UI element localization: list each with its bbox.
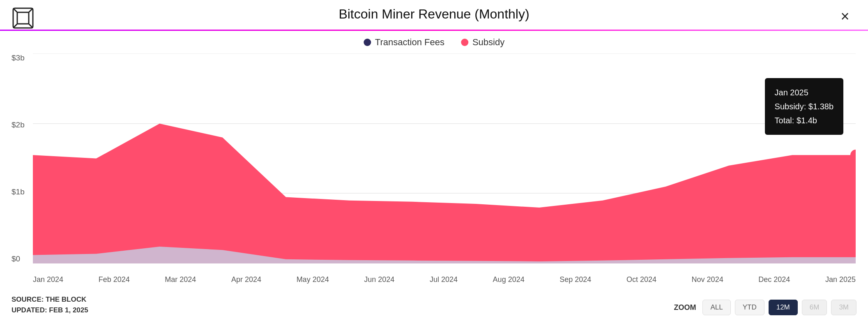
x-label-jul2024: Jul 2024 [430, 275, 458, 284]
zoom-ytd-button[interactable]: YTD [735, 300, 764, 315]
source-line1: SOURCE: THE BLOCK [12, 294, 88, 305]
chart-svg-wrapper: Jan 2025 Subsidy: $1.38b Total: $1.4b [33, 53, 856, 263]
legend-item-fees: Transaction Fees [364, 37, 444, 48]
y-label-1b: $1b [12, 187, 25, 196]
zoom-all-button[interactable]: ALL [702, 300, 730, 315]
x-label-may2024: May 2024 [297, 275, 329, 284]
x-label-dec2024: Dec 2024 [758, 275, 790, 284]
svg-rect-1 [17, 12, 29, 24]
zoom-6m-button: 6M [802, 300, 827, 315]
x-label-mar2024: Mar 2024 [165, 275, 196, 284]
legend-dot-fees [364, 39, 371, 46]
chart-title: Bitcoin Miner Revenue (Monthly) [338, 7, 529, 22]
logo [12, 7, 35, 30]
x-label-jan2024: Jan 2024 [33, 275, 63, 284]
x-label-aug2024: Aug 2024 [493, 275, 525, 284]
y-label-3b: $3b [12, 53, 25, 62]
x-label-feb2024: Feb 2024 [99, 275, 130, 284]
zoom-3m-button: 3M [831, 300, 856, 315]
y-label-2b: $2b [12, 120, 25, 129]
x-label-apr2024: Apr 2024 [231, 275, 261, 284]
source-info: SOURCE: THE BLOCK UPDATED: FEB 1, 2025 [12, 294, 88, 315]
zoom-12m-button[interactable]: 12M [769, 300, 798, 315]
legend-dot-subsidy [461, 39, 468, 46]
source-line2: UPDATED: FEB 1, 2025 [12, 305, 88, 316]
x-label-jan2025: Jan 2025 [825, 275, 856, 284]
x-label-jun2024: Jun 2024 [364, 275, 394, 284]
chart-legend: Transaction Fees Subsidy [364, 37, 504, 48]
header-divider [0, 30, 868, 31]
x-label-oct2024: Oct 2024 [626, 275, 656, 284]
x-axis: Jan 2024 Feb 2024 Mar 2024 Apr 2024 May … [33, 275, 856, 284]
legend-label-subsidy: Subsidy [472, 37, 504, 48]
x-label-nov2024: Nov 2024 [692, 275, 723, 284]
x-label-sep2024: Sep 2024 [559, 275, 591, 284]
chart-area: $3b $2b $1b $0 Jan 2025 Subsidy: $1.38b [0, 53, 868, 288]
tooltip-subsidy: Subsidy: $1.38b [775, 99, 833, 113]
zoom-label: ZOOM [674, 303, 696, 312]
y-axis: $3b $2b $1b $0 [12, 53, 25, 263]
close-button[interactable]: × [833, 5, 856, 28]
tooltip-date: Jan 2025 [775, 85, 833, 99]
zoom-controls: ZOOM ALL YTD 12M 6M 3M [674, 300, 856, 315]
legend-item-subsidy: Subsidy [461, 37, 504, 48]
legend-label-fees: Transaction Fees [375, 37, 444, 48]
y-label-0: $0 [12, 254, 25, 263]
tooltip-total: Total: $1.4b [775, 113, 833, 127]
chart-tooltip: Jan 2025 Subsidy: $1.38b Total: $1.4b [765, 78, 843, 135]
